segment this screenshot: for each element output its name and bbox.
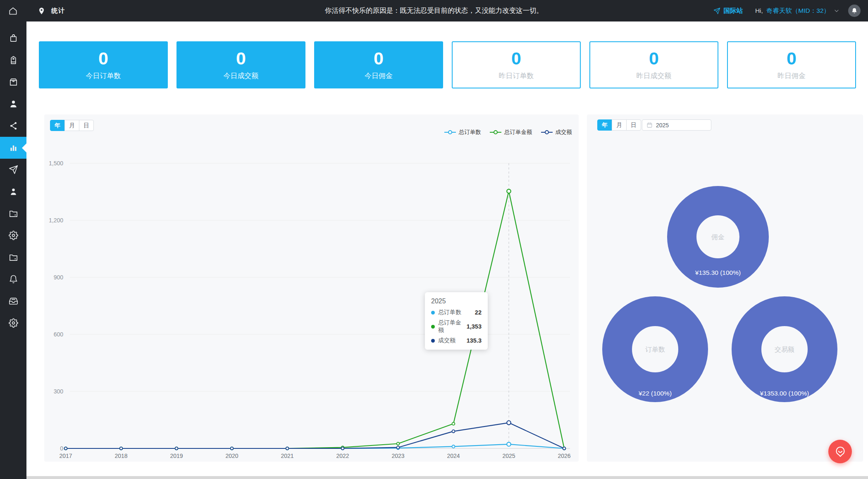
tooltip-rows: 总订单数22总订单金额1,353成交额135.3 [431, 309, 482, 344]
legend-item-0[interactable]: 总订单数 [444, 129, 481, 136]
tooltip-series-label: 成交额 [438, 337, 455, 344]
sidebar-item-inbox[interactable] [0, 290, 26, 312]
person-icon [9, 187, 18, 196]
sidebar-item-gear-13[interactable] [0, 312, 26, 334]
folder-icon [9, 209, 18, 218]
bell-icon [9, 274, 18, 284]
year-picker-value: 2025 [656, 122, 669, 129]
stat-card-value: 0 [649, 50, 659, 67]
topbar-left: 统计 [0, 6, 65, 16]
sidebar-item-share[interactable] [0, 115, 26, 137]
stat-card-value: 0 [787, 50, 796, 67]
svg-text:佣金: 佣金 [711, 234, 725, 241]
sidebar-item-bar-chart[interactable] [0, 137, 26, 159]
svg-text:2019: 2019 [170, 453, 183, 459]
svg-text:2024: 2024 [447, 453, 460, 459]
chart-legend: 总订单数总订单金额成交额 [444, 129, 572, 136]
svg-text:1,500: 1,500 [49, 160, 63, 167]
user-icon [9, 99, 18, 109]
donut-charts: 佣金¥135.30 (100%)订单数¥22 (100%)交易额¥1353.00… [587, 114, 863, 462]
legend-item-1[interactable]: 总订单金额 [489, 129, 532, 136]
tooltip-series-label: 总订单金额 [438, 319, 463, 334]
year-picker[interactable]: 2025 [642, 119, 711, 131]
legend-marker [444, 130, 456, 135]
legend-item-2[interactable]: 成交额 [541, 129, 572, 136]
tab-period-0[interactable]: 年 [50, 120, 65, 131]
period-tab-group: 年月日 [50, 120, 94, 131]
stat-card-value: 0 [374, 50, 384, 67]
svg-text:900: 900 [54, 274, 64, 281]
sidebar-item-user[interactable] [0, 93, 26, 115]
package-icon [9, 77, 18, 87]
tab-period-2[interactable]: 日 [79, 120, 94, 131]
stat-card-2: 0今日佣金 [314, 41, 443, 88]
line-chart-panel: 年月日 总订单数总订单金额成交额 03006009001,2001,500201… [44, 114, 579, 462]
stat-card-label: 今日成交额 [224, 71, 259, 81]
sidebar [0, 21, 26, 479]
svg-text:2017: 2017 [59, 453, 72, 459]
svg-text:2021: 2021 [281, 453, 293, 459]
legend-label: 成交额 [556, 129, 572, 136]
tooltip-series-value: 1,353 [467, 323, 482, 330]
tooltip-series-value: 22 [475, 309, 482, 316]
calendar-icon [646, 122, 653, 128]
home-icon[interactable] [8, 6, 18, 16]
svg-text:0: 0 [60, 445, 63, 452]
stat-cards-row: 0今日订单数0今日成交额0今日佣金0昨日订单数0昨日成交额0昨日佣金 [39, 41, 856, 88]
tab-period-right-0[interactable]: 年 [597, 119, 612, 131]
sidebar-item-package[interactable] [0, 71, 26, 93]
site-link[interactable]: 国际站 [713, 7, 743, 15]
stat-card-label: 昨日成交额 [637, 71, 672, 81]
greeting-text: Hi, [755, 7, 763, 14]
tab-period-right-1[interactable]: 月 [612, 119, 627, 131]
notification-avatar[interactable] [848, 5, 861, 17]
svg-text:2020: 2020 [225, 453, 238, 459]
bottom-strip [26, 476, 868, 479]
stat-card-label: 昨日佣金 [777, 71, 806, 81]
legend-marker [489, 130, 502, 135]
tooltip-row-1: 总订单金额1,353 [431, 319, 482, 334]
tooltip-series-dot [431, 339, 435, 343]
tab-period-1[interactable]: 月 [64, 120, 79, 131]
sidebar-item-folder[interactable] [0, 203, 26, 224]
sidebar-item-bell[interactable] [0, 268, 26, 290]
svg-text:订单数: 订单数 [645, 346, 665, 353]
send-icon [9, 165, 18, 174]
sidebar-item-send[interactable] [0, 159, 26, 181]
send-icon [713, 7, 720, 14]
feedback-fab[interactable] [828, 440, 852, 463]
topbar-right: 国际站 Hi, 奇睿天软（MID：32） [713, 5, 861, 17]
stat-card-3: 0昨日订单数 [452, 41, 581, 88]
chevron-down-icon[interactable] [833, 7, 840, 14]
tooltip-row-2: 成交额135.3 [431, 337, 482, 344]
sidebar-item-tag[interactable] [0, 49, 26, 71]
svg-text:600: 600 [54, 331, 64, 338]
motto-text: 你活得不快乐的原因是：既无法忍受目前的状态，又没能力改变这一切。 [325, 6, 543, 15]
svg-text:交易额: 交易额 [775, 346, 794, 353]
gear-icon [9, 231, 18, 240]
sidebar-item-folder-10[interactable] [0, 246, 26, 268]
svg-text:¥135.30 (100%): ¥135.30 (100%) [695, 269, 741, 276]
period-tab-group-right: 年月日 [597, 119, 641, 131]
tab-period-right-2[interactable]: 日 [626, 119, 641, 131]
gear-icon [9, 318, 18, 328]
stat-card-label: 今日订单数 [86, 71, 121, 81]
stat-card-5: 0昨日佣金 [727, 41, 856, 88]
svg-text:2023: 2023 [391, 453, 404, 459]
sidebar-item-person[interactable] [0, 181, 26, 203]
svg-text:2022: 2022 [336, 453, 349, 459]
stat-card-label: 今日佣金 [365, 71, 393, 81]
share-icon [9, 121, 18, 131]
tag-icon [9, 55, 18, 65]
tooltip-title: 2025 [431, 298, 482, 305]
user-menu[interactable]: 奇睿天软（MID：32） [766, 7, 830, 15]
sidebar-item-gear[interactable] [0, 224, 26, 246]
legend-label: 总订单金额 [504, 129, 532, 136]
svg-text:2026: 2026 [558, 453, 570, 459]
site-link-label: 国际站 [723, 7, 743, 15]
tooltip-row-0: 总订单数22 [431, 309, 482, 316]
shopping-bag-icon [9, 33, 18, 43]
page-title: 统计 [51, 7, 65, 15]
bell-icon [851, 7, 858, 14]
sidebar-item-shopping-bag[interactable] [0, 27, 26, 49]
